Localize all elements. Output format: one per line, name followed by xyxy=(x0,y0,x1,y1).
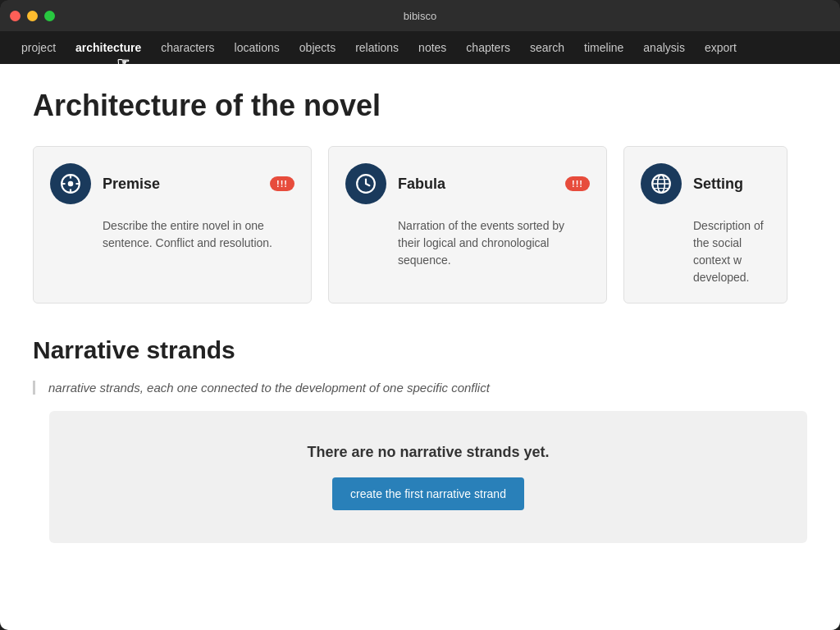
empty-state-text: There are no narrative strands yet. xyxy=(307,444,549,461)
fabula-description: Narration of the events sorted by their … xyxy=(345,217,590,269)
nav-item-timeline[interactable]: timeline xyxy=(576,38,632,57)
premise-badge: !!! xyxy=(270,176,294,191)
nav-item-chapters[interactable]: chapters xyxy=(458,38,518,57)
fabula-header-left: Fabula xyxy=(345,163,445,204)
page-title: Architecture of the novel xyxy=(33,89,807,123)
nav-item-export[interactable]: export xyxy=(696,38,745,57)
nav-item-project[interactable]: project xyxy=(13,38,64,57)
menubar: projectarchitecture☞characterslocationso… xyxy=(0,31,840,64)
nav-item-objects[interactable]: objects xyxy=(291,38,344,57)
narrative-strands-section: Narrative strands narrative strands, eac… xyxy=(33,336,807,543)
premise-description: Describe the entire novel in one sentenc… xyxy=(50,217,294,252)
window-title: bibisco xyxy=(404,10,436,22)
nav-item-relations[interactable]: relations xyxy=(347,38,407,57)
maximize-button[interactable] xyxy=(44,11,55,21)
close-button[interactable] xyxy=(10,11,21,21)
fabula-card[interactable]: Fabula !!! Narration of the events sorte… xyxy=(328,146,607,304)
main-content: Architecture of the novel xyxy=(0,64,840,630)
nav-item-characters[interactable]: characters xyxy=(153,38,222,57)
fabula-icon xyxy=(345,163,386,204)
narrative-strands-title: Narrative strands xyxy=(33,336,807,364)
cards-row: Premise !!! Describe the entire novel in… xyxy=(33,146,807,304)
setting-card-header: Setting xyxy=(641,163,770,204)
create-narrative-strand-button[interactable]: create the first narrative strand xyxy=(332,477,524,510)
svg-line-8 xyxy=(366,184,369,185)
nav-item-locations[interactable]: locations xyxy=(226,38,288,57)
fabula-title: Fabula xyxy=(398,176,445,193)
setting-header-left: Setting xyxy=(641,163,743,204)
empty-state: There are no narrative strands yet. crea… xyxy=(49,411,807,543)
nav-item-search[interactable]: search xyxy=(522,38,573,57)
premise-card[interactable]: Premise !!! Describe the entire novel in… xyxy=(33,146,312,304)
titlebar: bibisco xyxy=(0,0,840,31)
traffic-lights xyxy=(10,11,55,21)
nav-item-analysis[interactable]: analysis xyxy=(635,38,693,57)
premise-header-left: Premise xyxy=(50,163,160,204)
svg-point-1 xyxy=(68,181,74,187)
setting-icon xyxy=(641,163,682,204)
premise-icon xyxy=(50,163,91,204)
minimize-button[interactable] xyxy=(27,11,38,21)
narrative-quote: narrative strands, each one connected to… xyxy=(33,381,807,395)
nav-item-notes[interactable]: notes xyxy=(410,38,454,57)
setting-description: Description of the social context w deve… xyxy=(641,217,770,286)
nav-item-architecture[interactable]: architecture☞ xyxy=(67,38,149,57)
fabula-badge: !!! xyxy=(565,176,590,191)
fabula-card-header: Fabula !!! xyxy=(345,163,590,204)
premise-title: Premise xyxy=(103,176,160,193)
narrative-quote-text: narrative strands, each one connected to… xyxy=(48,381,807,395)
setting-card[interactable]: Setting Description of the social contex… xyxy=(623,146,788,304)
setting-title: Setting xyxy=(693,176,743,193)
premise-card-header: Premise !!! xyxy=(50,163,294,204)
